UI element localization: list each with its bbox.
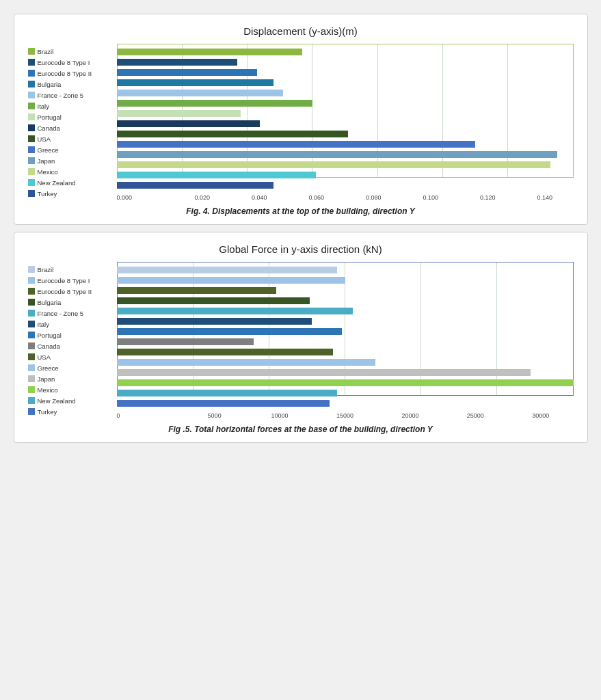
legend-color-box [28,81,35,88]
legend-label: Bulgaria [38,81,62,88]
bar-row [117,68,574,77]
bar [117,172,316,178]
bar [117,161,551,168]
x-axis-label: 0.100 [402,194,459,201]
bar-row [117,57,574,66]
legend-color-box [28,190,35,197]
legend-color-box [28,321,35,327]
bar-row [117,296,574,305]
legend-item: Canada [28,341,117,351]
legend-label: Eurocode 8 Type II [38,70,92,77]
legend-color-box [28,59,35,66]
legend-color-box [28,342,35,349]
x-axis-label: 0 [117,412,182,419]
legend-label: Greece [38,364,59,372]
bar [117,90,283,96]
bar [117,328,343,335]
legend-color-box [28,124,35,131]
x-axis-label: 0.020 [174,194,231,201]
bar [117,141,476,148]
legend-label: Italy [38,321,49,328]
legend-color-box [28,408,35,415]
legend-label: Turkey [38,408,57,416]
legend-label: USA [38,353,51,361]
legend-color-box [28,375,35,382]
bar-row [117,275,574,284]
chart2-bars-section: 050001000015000200002500030000 [117,262,574,419]
legend-item: USA [28,134,117,144]
legend-label: Turkey [38,190,57,198]
bar [117,308,353,314]
bar-row [117,399,574,407]
chart1-area: BrazilEurocode 8 Type IEurocode 8 Type I… [28,44,574,201]
legend-label: New Zealand [38,397,76,405]
bar [117,100,312,107]
legend-label: Canada [38,124,60,132]
chart1-title: Displacement (y-axis)(m) [28,25,574,37]
legend-item: Mexico [28,385,117,394]
bar [117,151,557,158]
bar-row [117,368,574,377]
bar-row [117,378,574,387]
legend-item: New Zealand [28,396,117,405]
legend-color-box [28,353,35,360]
legend-label: Greece [38,146,59,154]
bar-row [117,180,574,189]
x-axis-label: 0.120 [459,194,517,201]
bar-row [117,327,574,336]
legend-item: Italy [28,319,117,329]
x-axis-label: 0.060 [288,194,345,201]
legend-color-box [28,168,35,175]
bar [117,69,257,76]
bar [117,359,376,366]
legend-item: France - Zone 5 [28,308,117,318]
legend-label: Brazil [38,48,54,55]
legend-color-box [28,70,35,77]
bar-row [117,347,574,356]
legend-color-box [28,92,35,98]
bar [117,59,238,66]
legend-color-box [28,332,35,338]
legend-item: New Zealand [28,178,117,187]
chart1-container: Displacement (y-axis)(m) BrazilEurocode … [14,14,588,225]
bar [117,131,349,137]
bar [117,390,338,396]
legend-color-box [28,310,35,317]
legend-item: Eurocode 8 Type II [28,286,117,296]
legend-item: Greece [28,363,117,373]
legend-label: Canada [38,342,60,350]
bar [117,369,531,376]
bar [117,379,574,386]
bar-row [117,129,574,138]
legend-color-box [28,135,35,142]
legend-label: USA [38,135,51,143]
legend-color-box [28,386,35,393]
legend-label: New Zealand [38,179,76,187]
legend-label: Mexico [38,386,58,394]
legend-color-box [28,103,35,109]
bar [117,110,241,117]
legend-label: Eurocode 8 Type I [38,277,90,284]
x-axis-label: 0.140 [516,194,574,201]
x-axis-label: 25000 [443,412,508,419]
chart2-x-labels: 050001000015000200002500030000 [117,412,574,419]
legend-color-box [28,266,35,273]
chart1-bars-wrapper [117,44,574,193]
chart2-caption: Fig .5. Total horizontal forces at the b… [28,425,574,434]
legend-label: Italy [38,103,49,110]
chart2-title: Global Force in y-axis direction (kN) [28,243,574,255]
bar [117,182,273,189]
bar [117,349,333,355]
legend-color-box [28,179,35,186]
legend-item: Bulgaria [28,297,117,307]
legend-color-box [28,157,35,164]
bar [117,49,303,55]
chart2-legend: BrazilEurocode 8 Type IEurocode 8 Type I… [28,262,117,419]
legend-item: Bulgaria [28,79,117,89]
bar-row [117,98,574,107]
legend-item: Canada [28,123,117,133]
legend-label: Mexico [38,168,58,176]
legend-item: Brazil [28,46,117,56]
x-axis-label: 15000 [312,412,377,419]
bar [117,400,330,407]
